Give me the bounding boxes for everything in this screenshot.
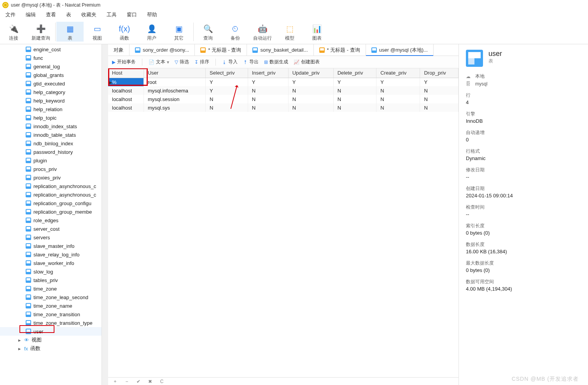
table-icon [26,55,31,61]
chart-button[interactable]: 📈创建图表 [294,59,320,65]
tree-table-ndb_binlog_index[interactable]: ndb_binlog_index [0,139,102,148]
tree-table-servers[interactable]: servers [0,233,102,242]
tree-table-func[interactable]: func [0,54,102,62]
table-row[interactable]: localhostmysql.sysNNNNNN [108,103,458,112]
tree-table-slave_master_info[interactable]: slave_master_info [0,242,102,250]
tree-table-innodb_index_stats[interactable]: innodb_index_stats [0,122,102,131]
tree-table-replication_group_configu[interactable]: replication_group_configu [0,199,102,207]
tree-table-time_zone_leap_second[interactable]: time_zone_leap_second [0,293,102,301]
refresh-icon[interactable]: C [158,379,166,384]
table-row[interactable]: localhostmysql.sessionNNNNNN [108,95,458,103]
tool-视图[interactable]: ▭视图 [84,22,111,42]
data-grid[interactable]: ▶ HostUserSelect_privInsert_privUpdate_p… [108,68,458,377]
tree-table-plugin[interactable]: plugin [0,156,102,165]
tool-连接[interactable]: 🔌连接 [0,22,27,42]
tree-table-replication_asynchronous_c[interactable]: replication_asynchronous_c [0,182,102,190]
tree-table-password_history[interactable]: password_history [0,148,102,156]
tool-备份[interactable]: ⏲备份 [222,22,249,42]
tree-table-gtid_executed[interactable]: gtid_executed [0,79,102,88]
tree-cat-函数[interactable]: ▸fx函数 [0,344,102,353]
tool-查询[interactable]: 🔍查询 [194,22,222,42]
tool-表[interactable]: ▦表 [56,22,84,42]
table-icon [26,277,31,283]
tab[interactable]: * 无标题 - 查询 [195,44,247,56]
tab[interactable]: 对象 [108,44,130,56]
tree-table-slow_log[interactable]: slow_log [0,267,102,276]
tree-table-help_keyword[interactable]: help_keyword [0,96,102,105]
prop-自动递增: 自动递增0 [466,129,581,143]
begin-transaction-button[interactable]: ▶开始事务 [112,59,136,65]
filter-button[interactable]: ▽筛选 [175,59,189,65]
delete-row-icon[interactable]: − [123,379,131,384]
tree-table-slave_worker_info[interactable]: slave_worker_info [0,259,102,267]
sort-button[interactable]: ↧排序 [194,59,209,65]
col-Select_priv[interactable]: Select_priv [206,68,248,78]
tree-cat-视图[interactable]: ▸👁视图 [0,336,102,344]
add-row-icon[interactable]: + [111,379,119,384]
export-button[interactable]: ⭱导出 [243,59,259,65]
col-Create_priv[interactable]: Create_priv [376,68,420,78]
tree-table-time_zone[interactable]: time_zone [0,284,102,293]
sidebar-scrollbar[interactable] [102,44,108,385]
tool-用户[interactable]: 👤用户 [138,22,165,42]
col-Drop_priv[interactable]: Drop_priv [420,68,458,78]
table-icon [252,47,258,53]
cancel-icon[interactable]: ✖ [146,379,154,384]
tree-table-innodb_table_stats[interactable]: innodb_table_stats [0,131,102,139]
tool-新建查询[interactable]: ➕新建查询 [27,22,54,42]
menu-编辑[interactable]: 编辑 [26,11,36,18]
tab[interactable]: user @mysql (本地)... [366,44,434,56]
query-icon [200,47,206,53]
tool-图表[interactable]: 📊图表 [303,22,331,42]
tree-table-tables_priv[interactable]: tables_priv [0,276,102,284]
tree-table-procs_priv[interactable]: procs_priv [0,165,102,173]
tool-函数[interactable]: f(x)函数 [111,22,138,42]
col-Host[interactable]: Host [108,68,144,78]
tree-table-general_log[interactable]: general_log [0,62,102,71]
tab-label: * 无标题 - 查询 [327,47,360,54]
col-User[interactable]: User [144,68,205,78]
table-icon [26,175,31,180]
tool-模型[interactable]: ⬚模型 [276,22,303,42]
tree-table-slave_relay_log_info[interactable]: slave_relay_log_info [0,250,102,259]
menu-帮助[interactable]: 帮助 [147,11,157,18]
col-Insert_priv[interactable]: Insert_priv [248,68,288,78]
col-Delete_priv[interactable]: Delete_priv [333,68,376,78]
table-row[interactable]: %rootYYYYYY [108,78,458,86]
tree-table-engine_cost[interactable]: engine_cost [0,45,102,54]
menu-窗口[interactable]: 窗口 [127,11,137,18]
tree-table-help_relation[interactable]: help_relation [0,105,102,113]
prop-检查时间: 检查时间-- [466,204,581,217]
datagen-button[interactable]: ⊞数据生成 [264,59,288,65]
object-tree[interactable]: engine_costfuncgeneral_logglobal_grantsg… [0,44,102,385]
commit-icon[interactable]: ✔ [135,379,142,384]
tab[interactable]: * 无标题 - 查询 [314,44,366,56]
tree-table-help_category[interactable]: help_category [0,88,102,96]
tree-table-proxies_priv[interactable]: proxies_priv [0,173,102,182]
table-row[interactable]: localhostmysql.infoschemaYNNNNN [108,86,458,95]
table-icon [26,192,31,197]
tool-其它[interactable]: ▣其它 [165,22,192,42]
text-button[interactable]: 📄文本▾ [149,59,169,65]
col-Update_priv[interactable]: Update_priv [288,68,333,78]
tab[interactable]: sony_basket_detail... [247,44,313,56]
menu-收藏夹[interactable]: 收藏夹 [81,11,96,18]
tree-table-replication_asynchronous_c[interactable]: replication_asynchronous_c [0,190,102,199]
tree-table-server_cost[interactable]: server_cost [0,225,102,233]
import-button[interactable]: ⭳导入 [222,59,238,65]
tree-table-help_topic[interactable]: help_topic [0,113,102,122]
menu-文件[interactable]: 文件 [5,11,16,18]
tree-table-global_grants[interactable]: global_grants [0,71,102,79]
tree-table-time_zone_name[interactable]: time_zone_name [0,301,102,310]
menu-工具[interactable]: 工具 [107,11,117,18]
tree-table-time_zone_transition[interactable]: time_zone_transition [0,310,102,319]
tab[interactable]: sony_order @sony... [130,44,195,56]
query-icon [319,47,325,53]
menu-表[interactable]: 表 [66,11,71,18]
tree-table-replication_group_membe[interactable]: replication_group_membe [0,207,102,216]
tree-table-role_edges[interactable]: role_edges [0,216,102,225]
tree-table-user[interactable]: user [0,327,102,336]
menu-查看[interactable]: 查看 [46,11,56,18]
tool-自动运行[interactable]: 🤖自动运行 [249,22,276,42]
tree-table-time_zone_transition_type[interactable]: time_zone_transition_type [0,319,102,327]
